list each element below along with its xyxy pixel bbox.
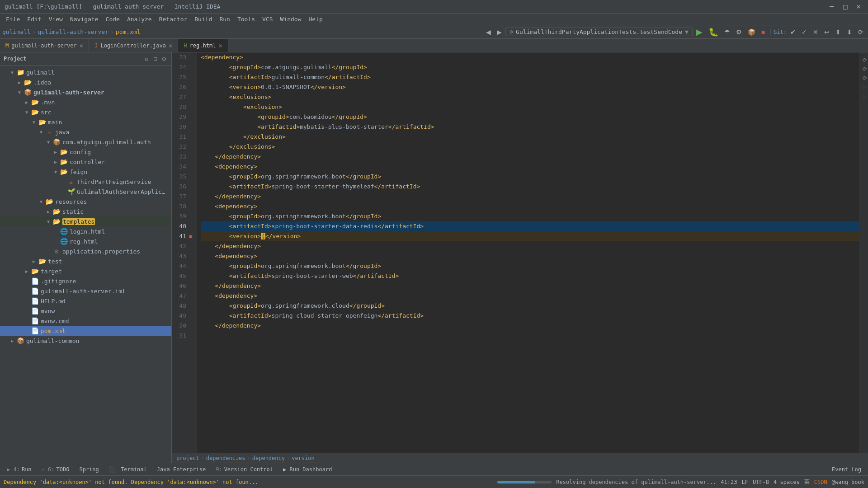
tree-item-controller[interactable]: ▶ 📂 controller xyxy=(0,157,171,167)
code-line-39: <groupId>org.springframework.boot</group… xyxy=(201,211,859,221)
menu-tools[interactable]: Tools xyxy=(234,14,259,24)
git-check2-btn[interactable]: ✓ xyxy=(799,28,809,37)
bread-deps[interactable]: dependencies xyxy=(206,455,245,461)
bread-dep[interactable]: dependency xyxy=(252,455,285,461)
menu-vcs[interactable]: VCS xyxy=(259,14,276,24)
mvnw-icon: 📄 xyxy=(31,307,39,314)
tree-item-target[interactable]: ▶ 📂 target xyxy=(0,266,171,276)
menu-refactor[interactable]: Refactor xyxy=(156,14,191,24)
cursor-position[interactable]: 41:23 xyxy=(721,479,737,485)
tree-item-help-md[interactable]: ▶ 📄 HELP.md xyxy=(0,296,171,306)
menu-build[interactable]: Build xyxy=(191,14,216,24)
tree-item-app-properties[interactable]: ▶ ⚙ application.properties xyxy=(0,246,171,256)
tree-item-iml[interactable]: ▶ 📄 gulimall-auth-server.iml xyxy=(0,286,171,296)
version-control-tab[interactable]: 9:Version Control xyxy=(211,465,278,474)
run-tab[interactable]: ▶ 4:Run xyxy=(2,465,36,474)
tree-item-third-part[interactable]: ▶ ☕ ThirdPartFeignService xyxy=(0,177,171,187)
tree-item-templates[interactable]: ▼ 📂 templates xyxy=(0,216,171,226)
terminal-tab[interactable]: ⬛ Terminal xyxy=(104,465,151,474)
tree-item-pom-xml[interactable]: ▶ 📄 pom.xml xyxy=(0,326,171,336)
minimize-btn[interactable]: ─ xyxy=(827,1,837,12)
sidebar-title: Project xyxy=(4,56,27,62)
git-check-btn[interactable]: ✔ xyxy=(788,28,798,37)
mvnw-cmd-icon: 📄 xyxy=(31,317,39,324)
code-line-27: <exclusions> xyxy=(201,92,859,102)
tree-item-gulimall[interactable]: ▼ 📁 gulimall xyxy=(0,67,171,77)
reg-html-close[interactable]: × xyxy=(218,42,222,49)
code-line-49: <artifactId>spring-cloud-starter-openfei… xyxy=(201,311,859,321)
git-pull-btn[interactable]: ⬇ xyxy=(844,28,854,37)
tree-item-app[interactable]: ▶ 🌱 GulimallAuthServerApplication xyxy=(0,187,171,197)
git-x-btn[interactable]: ✕ xyxy=(811,28,821,37)
menu-code[interactable]: Code xyxy=(102,14,123,24)
tree-item-gitignore[interactable]: ▶ 📄 .gitignore xyxy=(0,276,171,286)
menu-file[interactable]: File xyxy=(2,14,24,24)
spring-tab[interactable]: Spring xyxy=(75,465,103,474)
coverage-btn[interactable]: ☂ xyxy=(722,28,732,37)
tree-item-common[interactable]: ▶ 📦 gulimall-common xyxy=(0,336,171,346)
stop-btn[interactable]: ■ xyxy=(759,28,767,37)
indent[interactable]: 4 spaces xyxy=(774,479,800,485)
tree-item-java[interactable]: ▼ ☕ java xyxy=(0,127,171,137)
tab-reg-html[interactable]: H reg.html × xyxy=(178,39,228,52)
tree-item-resources[interactable]: ▼ 📂 resources xyxy=(0,197,171,206)
bread-project[interactable]: project xyxy=(176,455,199,461)
todo-tab[interactable]: ⚠ 6:TODO xyxy=(37,465,74,474)
menu-view[interactable]: View xyxy=(45,14,66,24)
tree-item-package[interactable]: ▼ 📦 com.atguigu.gulimall.auth xyxy=(0,137,171,147)
tree-item-static[interactable]: ▶ 📂 static xyxy=(0,206,171,216)
tree-item-auth-server[interactable]: ▼ 📦 gulimall-auth-server xyxy=(0,87,171,97)
maximize-btn[interactable]: □ xyxy=(840,1,850,12)
git-push-btn[interactable]: ⬆ xyxy=(833,28,843,37)
tree-item-mvn[interactable]: ▶ 📂 .mvn xyxy=(0,97,171,107)
toolbar-btn2[interactable]: 📦 xyxy=(745,28,758,37)
event-log-tab[interactable]: Event Log xyxy=(827,465,866,474)
settings-btn[interactable]: ⚙ xyxy=(160,54,168,63)
nav-breadcrumb-pom[interactable]: pom.xml xyxy=(116,28,141,35)
debug-btn[interactable]: 🐛 xyxy=(706,26,721,38)
menu-window[interactable]: Window xyxy=(277,14,305,24)
toolbar-btn1[interactable]: ⚙ xyxy=(734,28,744,37)
code-editor[interactable]: <dependency> <groupId>com.atguigu.gulima… xyxy=(197,52,859,453)
tree-item-reg-html[interactable]: ▶ 🌐 reg.html xyxy=(0,236,171,246)
menu-navigate[interactable]: Navigate xyxy=(66,14,102,24)
tab-pom-xml[interactable]: M gulimall-auth-server × xyxy=(0,39,89,52)
run-dashboard-tab[interactable]: ▶ Run Dashboard xyxy=(278,465,336,474)
menu-analyze[interactable]: Analyze xyxy=(123,14,156,24)
tree-item-config[interactable]: ▶ 📂 config xyxy=(0,147,171,157)
tree-item-login-html[interactable]: ▶ 🌐 login.html xyxy=(0,226,171,236)
pom-xml-close[interactable]: × xyxy=(80,42,83,49)
src-folder-icon: 📂 xyxy=(31,108,39,116)
encoding[interactable]: UTF-8 xyxy=(753,479,769,485)
menu-run[interactable]: Run xyxy=(216,14,233,24)
run-config-selector[interactable]: ⊕ GulimallThirdPartyApplicationTests.tes… xyxy=(505,28,693,36)
tab-login-controller[interactable]: J LoginController.java × xyxy=(89,39,178,52)
bread-version[interactable]: version xyxy=(292,455,315,461)
nav-forward-btn[interactable]: ▶ xyxy=(495,28,504,37)
login-ctrl-close[interactable]: × xyxy=(169,42,172,49)
tree-item-mvnw[interactable]: ▶ 📄 mvnw xyxy=(0,306,171,316)
tree-item-idea[interactable]: ▶ 📂 .idea xyxy=(0,77,171,87)
nav-breadcrumb-gulimall[interactable]: gulimall xyxy=(2,28,31,35)
menu-help[interactable]: Help xyxy=(305,14,326,24)
java-enterprise-tab[interactable]: Java Enterprise xyxy=(152,465,210,474)
tree-item-main[interactable]: ▼ 📂 main xyxy=(0,117,171,127)
line-ending[interactable]: LF xyxy=(741,479,748,485)
gitignore-icon: 📄 xyxy=(31,277,39,285)
git-history-btn[interactable]: ⟳ xyxy=(856,28,866,37)
ctrl-folder-icon: 📂 xyxy=(60,158,68,165)
collapse-btn[interactable]: ⊟ xyxy=(151,54,159,63)
run-btn[interactable]: ▶ xyxy=(694,26,705,38)
sync-btn[interactable]: ↻ xyxy=(143,54,150,63)
nav-breadcrumb-server[interactable]: gulimall-auth-server xyxy=(38,28,108,35)
tree-item-mvnw-cmd[interactable]: ▶ 📄 mvnw.cmd xyxy=(0,316,171,326)
close-btn[interactable]: × xyxy=(854,1,863,12)
git-rollback-btn[interactable]: ↩ xyxy=(822,28,832,37)
target-folder-icon: 📂 xyxy=(31,267,39,275)
tree-item-src[interactable]: ▼ 📂 src xyxy=(0,107,171,117)
tree-item-test[interactable]: ▶ 📂 test xyxy=(0,256,171,266)
tree-item-feign[interactable]: ▼ 📂 feign xyxy=(0,167,171,177)
menu-edit[interactable]: Edit xyxy=(24,14,45,24)
lang-flag[interactable]: 英 xyxy=(804,478,810,486)
nav-back-btn[interactable]: ◀ xyxy=(484,28,493,37)
